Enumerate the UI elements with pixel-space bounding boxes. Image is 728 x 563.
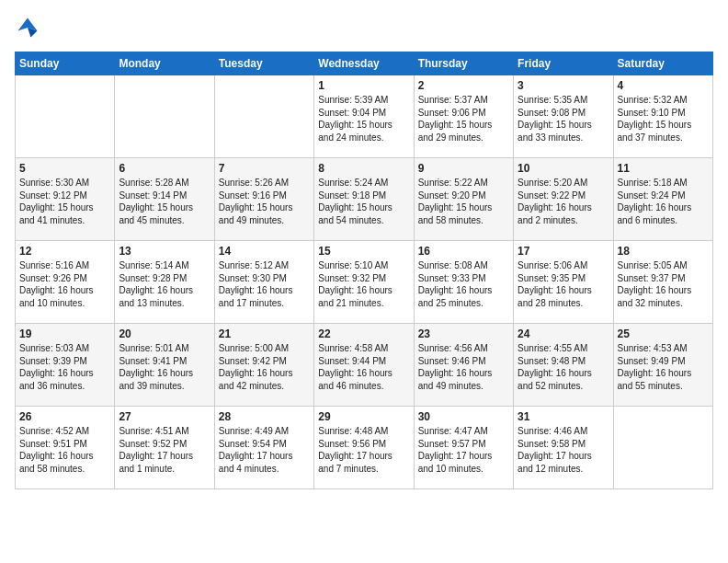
calendar-cell: 26Sunrise: 4:52 AM Sunset: 9:51 PM Dayli…	[16, 407, 115, 489]
day-number: 18	[618, 245, 709, 258]
calendar-week-row: 26Sunrise: 4:52 AM Sunset: 9:51 PM Dayli…	[16, 407, 713, 489]
weekday-header-saturday: Saturday	[613, 52, 712, 75]
calendar-cell: 1Sunrise: 5:39 AM Sunset: 9:04 PM Daylig…	[314, 75, 414, 158]
calendar-cell: 20Sunrise: 5:01 AM Sunset: 9:41 PM Dayli…	[115, 324, 214, 407]
day-number: 4	[618, 79, 709, 92]
day-info: Sunrise: 4:49 AM Sunset: 9:54 PM Dayligh…	[219, 425, 310, 475]
calendar-table: SundayMondayTuesdayWednesdayThursdayFrid…	[15, 52, 713, 489]
day-info: Sunrise: 5:05 AM Sunset: 9:37 PM Dayligh…	[618, 259, 709, 309]
day-number: 1	[318, 79, 409, 92]
day-number: 17	[518, 245, 609, 258]
day-number: 16	[418, 245, 509, 258]
calendar-cell	[613, 407, 712, 489]
calendar-cell: 13Sunrise: 5:14 AM Sunset: 9:28 PM Dayli…	[115, 241, 214, 324]
day-info: Sunrise: 4:56 AM Sunset: 9:46 PM Dayligh…	[418, 342, 509, 392]
day-number: 2	[418, 79, 509, 92]
day-number: 12	[19, 245, 110, 258]
day-number: 14	[219, 245, 310, 258]
day-number: 30	[418, 410, 509, 423]
day-number: 22	[318, 327, 409, 340]
calendar-cell: 27Sunrise: 4:51 AM Sunset: 9:52 PM Dayli…	[115, 407, 214, 489]
calendar-cell: 29Sunrise: 4:48 AM Sunset: 9:56 PM Dayli…	[314, 407, 414, 489]
day-info: Sunrise: 5:14 AM Sunset: 9:28 PM Dayligh…	[119, 259, 210, 309]
calendar-cell: 24Sunrise: 4:55 AM Sunset: 9:48 PM Dayli…	[514, 324, 613, 407]
day-info: Sunrise: 5:32 AM Sunset: 9:10 PM Dayligh…	[618, 94, 709, 144]
calendar-cell: 5Sunrise: 5:30 AM Sunset: 9:12 PM Daylig…	[16, 158, 115, 241]
calendar-cell: 30Sunrise: 4:47 AM Sunset: 9:57 PM Dayli…	[414, 407, 513, 489]
day-number: 21	[219, 327, 310, 340]
day-number: 29	[318, 410, 409, 423]
calendar-cell: 22Sunrise: 4:58 AM Sunset: 9:44 PM Dayli…	[314, 324, 414, 407]
day-info: Sunrise: 5:39 AM Sunset: 9:04 PM Dayligh…	[318, 94, 409, 144]
day-info: Sunrise: 5:03 AM Sunset: 9:39 PM Dayligh…	[19, 342, 110, 392]
day-number: 25	[618, 327, 709, 340]
calendar-cell: 28Sunrise: 4:49 AM Sunset: 9:54 PM Dayli…	[214, 407, 313, 489]
calendar-cell: 15Sunrise: 5:10 AM Sunset: 9:32 PM Dayli…	[314, 241, 414, 324]
calendar-cell: 11Sunrise: 5:18 AM Sunset: 9:24 PM Dayli…	[613, 158, 712, 241]
day-info: Sunrise: 5:35 AM Sunset: 9:08 PM Dayligh…	[518, 94, 609, 144]
weekday-header-wednesday: Wednesday	[314, 52, 414, 75]
calendar-week-row: 1Sunrise: 5:39 AM Sunset: 9:04 PM Daylig…	[16, 75, 713, 158]
page-header	[15, 15, 713, 40]
day-number: 11	[618, 162, 709, 175]
calendar-week-row: 12Sunrise: 5:16 AM Sunset: 9:26 PM Dayli…	[16, 241, 713, 324]
calendar-cell: 17Sunrise: 5:06 AM Sunset: 9:35 PM Dayli…	[514, 241, 613, 324]
day-info: Sunrise: 5:12 AM Sunset: 9:30 PM Dayligh…	[219, 259, 310, 309]
calendar-cell: 31Sunrise: 4:46 AM Sunset: 9:58 PM Dayli…	[514, 407, 613, 489]
day-info: Sunrise: 4:55 AM Sunset: 9:48 PM Dayligh…	[518, 342, 609, 392]
calendar-cell: 7Sunrise: 5:26 AM Sunset: 9:16 PM Daylig…	[214, 158, 313, 241]
day-info: Sunrise: 4:51 AM Sunset: 9:52 PM Dayligh…	[119, 425, 210, 475]
day-number: 19	[19, 327, 110, 340]
day-info: Sunrise: 5:00 AM Sunset: 9:42 PM Dayligh…	[219, 342, 310, 392]
logo	[15, 15, 44, 40]
calendar-week-row: 5Sunrise: 5:30 AM Sunset: 9:12 PM Daylig…	[16, 158, 713, 241]
day-info: Sunrise: 5:08 AM Sunset: 9:33 PM Dayligh…	[418, 259, 509, 309]
day-number: 28	[219, 410, 310, 423]
day-info: Sunrise: 5:10 AM Sunset: 9:32 PM Dayligh…	[318, 259, 409, 309]
calendar-cell: 9Sunrise: 5:22 AM Sunset: 9:20 PM Daylig…	[414, 158, 513, 241]
calendar-cell: 6Sunrise: 5:28 AM Sunset: 9:14 PM Daylig…	[115, 158, 214, 241]
calendar-cell	[115, 75, 214, 158]
calendar-cell: 8Sunrise: 5:24 AM Sunset: 9:18 PM Daylig…	[314, 158, 414, 241]
day-number: 3	[518, 79, 609, 92]
day-info: Sunrise: 5:26 AM Sunset: 9:16 PM Dayligh…	[219, 177, 310, 226]
day-number: 27	[119, 410, 210, 423]
logo-icon	[15, 15, 40, 40]
svg-marker-0	[18, 18, 38, 31]
calendar-cell: 21Sunrise: 5:00 AM Sunset: 9:42 PM Dayli…	[214, 324, 313, 407]
calendar-cell: 14Sunrise: 5:12 AM Sunset: 9:30 PM Dayli…	[214, 241, 313, 324]
day-number: 9	[418, 162, 509, 175]
day-info: Sunrise: 5:22 AM Sunset: 9:20 PM Dayligh…	[418, 177, 509, 226]
calendar-cell	[214, 75, 313, 158]
calendar-header-row: SundayMondayTuesdayWednesdayThursdayFrid…	[16, 52, 713, 75]
calendar-cell: 18Sunrise: 5:05 AM Sunset: 9:37 PM Dayli…	[613, 241, 712, 324]
weekday-header-tuesday: Tuesday	[214, 52, 313, 75]
day-info: Sunrise: 5:20 AM Sunset: 9:22 PM Dayligh…	[518, 177, 609, 226]
day-info: Sunrise: 5:01 AM Sunset: 9:41 PM Dayligh…	[119, 342, 210, 392]
day-number: 20	[119, 327, 210, 340]
calendar-cell: 2Sunrise: 5:37 AM Sunset: 9:06 PM Daylig…	[414, 75, 513, 158]
day-info: Sunrise: 4:58 AM Sunset: 9:44 PM Dayligh…	[318, 342, 409, 392]
day-info: Sunrise: 4:53 AM Sunset: 9:49 PM Dayligh…	[618, 342, 709, 392]
calendar-week-row: 19Sunrise: 5:03 AM Sunset: 9:39 PM Dayli…	[16, 324, 713, 407]
weekday-header-sunday: Sunday	[16, 52, 115, 75]
weekday-header-friday: Friday	[514, 52, 613, 75]
calendar-cell: 3Sunrise: 5:35 AM Sunset: 9:08 PM Daylig…	[514, 75, 613, 158]
day-info: Sunrise: 5:16 AM Sunset: 9:26 PM Dayligh…	[19, 259, 110, 309]
day-info: Sunrise: 5:06 AM Sunset: 9:35 PM Dayligh…	[518, 259, 609, 309]
day-number: 31	[518, 410, 609, 423]
calendar-cell: 23Sunrise: 4:56 AM Sunset: 9:46 PM Dayli…	[414, 324, 513, 407]
calendar-cell: 25Sunrise: 4:53 AM Sunset: 9:49 PM Dayli…	[613, 324, 712, 407]
weekday-header-thursday: Thursday	[414, 52, 513, 75]
day-number: 15	[318, 245, 409, 258]
day-info: Sunrise: 4:47 AM Sunset: 9:57 PM Dayligh…	[418, 425, 509, 475]
day-info: Sunrise: 4:46 AM Sunset: 9:58 PM Dayligh…	[518, 425, 609, 475]
day-number: 23	[418, 327, 509, 340]
day-info: Sunrise: 5:28 AM Sunset: 9:14 PM Dayligh…	[119, 177, 210, 226]
day-number: 10	[518, 162, 609, 175]
day-info: Sunrise: 5:37 AM Sunset: 9:06 PM Dayligh…	[418, 94, 509, 144]
calendar-cell: 12Sunrise: 5:16 AM Sunset: 9:26 PM Dayli…	[16, 241, 115, 324]
calendar-cell	[16, 75, 115, 158]
calendar-cell: 10Sunrise: 5:20 AM Sunset: 9:22 PM Dayli…	[514, 158, 613, 241]
calendar-cell: 16Sunrise: 5:08 AM Sunset: 9:33 PM Dayli…	[414, 241, 513, 324]
